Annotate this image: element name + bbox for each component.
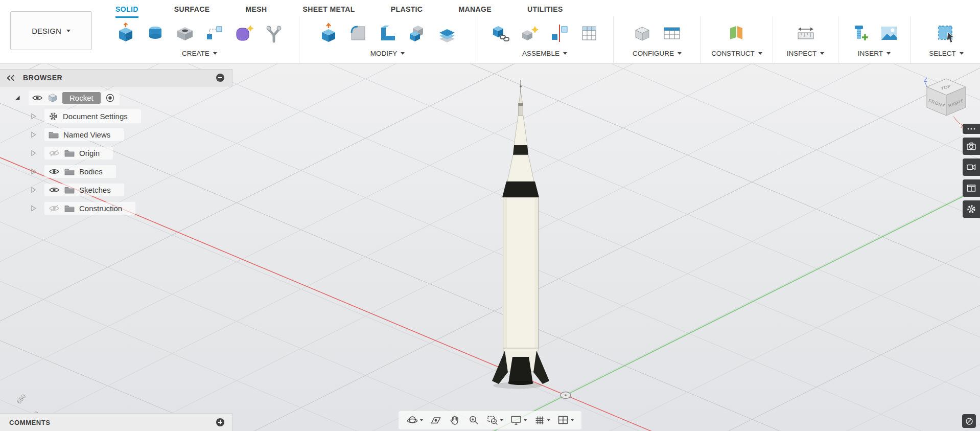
orbit-button[interactable] xyxy=(405,413,425,427)
construction-plane-button[interactable] xyxy=(725,20,749,46)
create-menu[interactable]: CREATE xyxy=(182,50,217,57)
viewports-button[interactable] xyxy=(555,413,575,427)
tab-plastic[interactable]: PLASTIC xyxy=(391,0,423,18)
assemble-menu[interactable]: ASSEMBLE xyxy=(522,50,567,57)
activate-component-radio[interactable] xyxy=(106,94,114,102)
fit-button[interactable] xyxy=(485,413,505,427)
browser-item-construction[interactable]: Construction xyxy=(0,199,232,217)
collapsed-caret-icon[interactable] xyxy=(31,187,36,193)
browser-item-origin[interactable]: Origin xyxy=(0,144,232,162)
inspect-menu[interactable]: INSPECT xyxy=(787,50,825,57)
rocket-nose-cone xyxy=(514,116,527,145)
configuration-table-icon xyxy=(660,21,684,45)
group-assemble: ASSEMBLE xyxy=(476,16,614,63)
look-at-button[interactable] xyxy=(428,413,444,427)
new-component-button[interactable] xyxy=(488,20,512,46)
generative-design-button[interactable] xyxy=(262,20,286,46)
construct-menu[interactable]: CONSTRUCT xyxy=(711,50,762,57)
fillet-button[interactable] xyxy=(346,20,370,46)
browser-title: BROWSER xyxy=(23,74,62,82)
shell-button[interactable] xyxy=(376,20,400,46)
group-insert: INSERT xyxy=(838,16,911,63)
measure-button[interactable] xyxy=(794,20,818,46)
display-settings-button[interactable] xyxy=(508,413,528,427)
canvas-button[interactable] xyxy=(877,20,901,46)
workspace-switcher[interactable]: DESIGN xyxy=(10,11,92,50)
browser-item-sketches[interactable]: Sketches xyxy=(0,180,232,199)
minimize-panel-button[interactable] xyxy=(216,73,225,82)
align-button[interactable] xyxy=(548,20,571,46)
collapsed-caret-icon[interactable] xyxy=(31,168,36,175)
component-cube-icon xyxy=(48,93,57,103)
collapsed-caret-icon[interactable] xyxy=(31,150,36,156)
tab-mesh[interactable]: MESH xyxy=(245,0,267,18)
configuration-button[interactable] xyxy=(631,20,654,46)
component-name[interactable]: Rocket xyxy=(62,92,101,104)
panels-button[interactable] xyxy=(963,179,980,197)
collapsed-caret-icon[interactable] xyxy=(31,131,36,138)
select-button[interactable] xyxy=(935,20,958,46)
insert-fastener-button[interactable] xyxy=(848,20,871,46)
dropdown-caret xyxy=(563,52,567,55)
collapse-panel-button[interactable] xyxy=(6,75,15,81)
tab-solid[interactable]: SOLID xyxy=(115,0,138,18)
capture-image-button[interactable] xyxy=(963,138,980,155)
double-chevron-left-icon xyxy=(6,75,15,81)
dock-more-button[interactable] xyxy=(963,124,980,134)
select-menu[interactable]: SELECT xyxy=(929,50,964,57)
create-form-button[interactable] xyxy=(232,20,256,46)
viewports-icon xyxy=(557,414,569,426)
preferences-button[interactable] xyxy=(963,200,980,218)
visibility-eye-icon[interactable] xyxy=(32,94,43,102)
combine-button[interactable] xyxy=(406,20,429,46)
zoom-button[interactable] xyxy=(466,413,481,427)
rocket-antenna-ball xyxy=(520,85,522,87)
visibility-eye-hidden-icon[interactable] xyxy=(49,205,60,212)
gear-icon xyxy=(966,204,976,214)
comments-title: COMMENTS xyxy=(9,419,51,426)
tab-utilities[interactable]: UTILITIES xyxy=(527,0,563,18)
grid-and-snaps-button[interactable] xyxy=(532,413,552,427)
revolve-button[interactable] xyxy=(144,20,167,46)
joint-button[interactable] xyxy=(518,20,542,46)
record-video-button[interactable] xyxy=(963,158,980,176)
insert-menu[interactable]: INSERT xyxy=(858,50,891,57)
press-pull-button[interactable] xyxy=(317,20,340,46)
status-indicator[interactable] xyxy=(962,414,976,428)
display-settings-icon xyxy=(510,414,522,426)
collapsed-caret-icon[interactable] xyxy=(31,205,36,212)
browser-item-bodies[interactable]: Bodies xyxy=(0,162,232,180)
add-comment-button[interactable] xyxy=(216,418,225,427)
pattern-button[interactable] xyxy=(203,20,226,46)
browser-item-named-views[interactable]: Named Views xyxy=(0,125,232,144)
rocket-model[interactable] xyxy=(488,77,555,391)
dropdown-caret xyxy=(500,419,503,421)
collapsed-caret-icon[interactable] xyxy=(31,113,36,120)
visibility-eye-icon[interactable] xyxy=(49,168,60,175)
visibility-eye-hidden-icon[interactable] xyxy=(49,149,60,157)
extrude-button[interactable] xyxy=(114,20,137,46)
dropdown-caret xyxy=(66,30,71,32)
bom-button[interactable] xyxy=(577,20,601,46)
browser-header[interactable]: BROWSER xyxy=(0,69,232,86)
item-label: Document Settings xyxy=(63,112,128,121)
browser-item-document-settings[interactable]: Document Settings xyxy=(0,107,232,125)
browser-root-rocket[interactable]: Rocket xyxy=(0,88,232,107)
configure-menu[interactable]: CONFIGURE xyxy=(633,50,682,57)
replace-face-button[interactable] xyxy=(435,20,459,46)
tab-surface[interactable]: SURFACE xyxy=(174,0,210,18)
view-cube[interactable]: Z TOP FRONT RIGHT X xyxy=(923,76,972,130)
tab-manage[interactable]: MANAGE xyxy=(458,0,492,18)
comments-bar[interactable]: COMMENTS xyxy=(0,413,232,431)
ribbon-tabs: SOLID SURFACE MESH SHEET METAL PLASTIC M… xyxy=(115,0,563,16)
pan-button[interactable] xyxy=(447,413,462,427)
tab-sheet-metal[interactable]: SHEET METAL xyxy=(303,0,355,18)
ribbon-header: DESIGN SOLID SURFACE MESH SHEET METAL PL… xyxy=(0,0,980,64)
configuration-table-button[interactable] xyxy=(660,20,684,46)
expanded-caret-icon[interactable] xyxy=(14,95,20,101)
hole-button[interactable] xyxy=(173,20,197,46)
rocket-fin-center xyxy=(508,357,533,383)
visibility-eye-icon[interactable] xyxy=(49,186,60,194)
folder-icon xyxy=(64,205,75,212)
modify-menu[interactable]: MODIFY xyxy=(370,50,405,57)
